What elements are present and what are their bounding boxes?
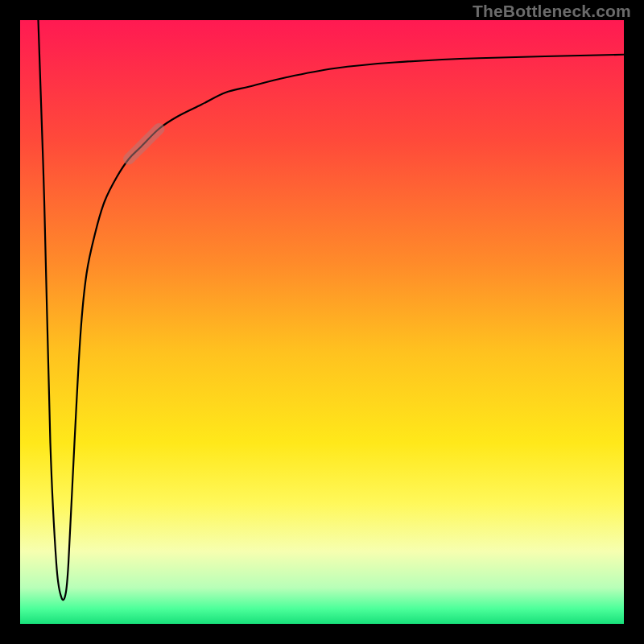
bottleneck-chart xyxy=(0,0,644,644)
chart-frame: TheBottleneck.com xyxy=(0,0,644,644)
plot-background xyxy=(20,20,624,624)
